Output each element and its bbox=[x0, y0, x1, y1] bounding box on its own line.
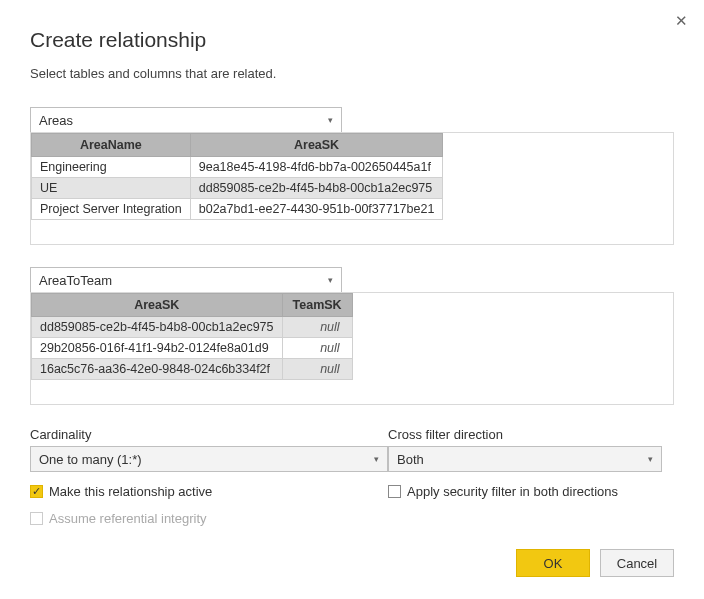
active-checkbox[interactable]: ✓ bbox=[30, 485, 43, 498]
chevron-down-icon: ▾ bbox=[328, 115, 333, 125]
table-row[interactable]: Engineering 9ea18e45-4198-4fd6-bb7a-0026… bbox=[32, 157, 443, 178]
table1-select-value: Areas bbox=[39, 113, 73, 128]
close-button[interactable]: ✕ bbox=[675, 12, 688, 30]
crossfilter-select[interactable]: Both ▾ bbox=[388, 446, 662, 472]
table1-header-0[interactable]: AreaName bbox=[32, 134, 191, 157]
table1-header-1[interactable]: AreaSK bbox=[190, 134, 443, 157]
table-row[interactable]: 16ac5c76-aa36-42e0-9848-024c6b334f2f nul… bbox=[32, 359, 353, 380]
security-checkbox-label: Apply security filter in both directions bbox=[407, 484, 618, 499]
table1-select[interactable]: Areas ▾ bbox=[30, 107, 342, 133]
integrity-checkbox-label: Assume referential integrity bbox=[49, 511, 207, 526]
crossfilter-label: Cross filter direction bbox=[388, 427, 704, 442]
chevron-down-icon: ▾ bbox=[374, 454, 379, 464]
table-row[interactable]: UE dd859085-ce2b-4f45-b4b8-00cb1a2ec975 bbox=[32, 178, 443, 199]
table-row[interactable]: Project Server Integration b02a7bd1-ee27… bbox=[32, 199, 443, 220]
chevron-down-icon: ▾ bbox=[648, 454, 653, 464]
table2-header-0[interactable]: AreaSK bbox=[32, 294, 283, 317]
dialog-title: Create relationship bbox=[30, 28, 674, 52]
ok-button[interactable]: OK bbox=[516, 549, 590, 577]
chevron-down-icon: ▾ bbox=[328, 275, 333, 285]
table2-select[interactable]: AreaToTeam ▾ bbox=[30, 267, 342, 293]
table-row[interactable]: 29b20856-016f-41f1-94b2-0124fe8a01d9 nul… bbox=[32, 338, 353, 359]
table1-preview: AreaName AreaSK Engineering 9ea18e45-419… bbox=[30, 132, 674, 245]
table2-header-1[interactable]: TeamSK bbox=[282, 294, 352, 317]
integrity-checkbox bbox=[30, 512, 43, 525]
cancel-button[interactable]: Cancel bbox=[600, 549, 674, 577]
cardinality-select[interactable]: One to many (1:*) ▾ bbox=[30, 446, 388, 472]
table2-preview: AreaSK TeamSK dd859085-ce2b-4f45-b4b8-00… bbox=[30, 292, 674, 405]
table-row[interactable]: dd859085-ce2b-4f45-b4b8-00cb1a2ec975 nul… bbox=[32, 317, 353, 338]
active-checkbox-label: Make this relationship active bbox=[49, 484, 212, 499]
security-checkbox[interactable] bbox=[388, 485, 401, 498]
dialog-subtitle: Select tables and columns that are relat… bbox=[30, 66, 674, 81]
cardinality-label: Cardinality bbox=[30, 427, 388, 442]
table2-select-value: AreaToTeam bbox=[39, 273, 112, 288]
